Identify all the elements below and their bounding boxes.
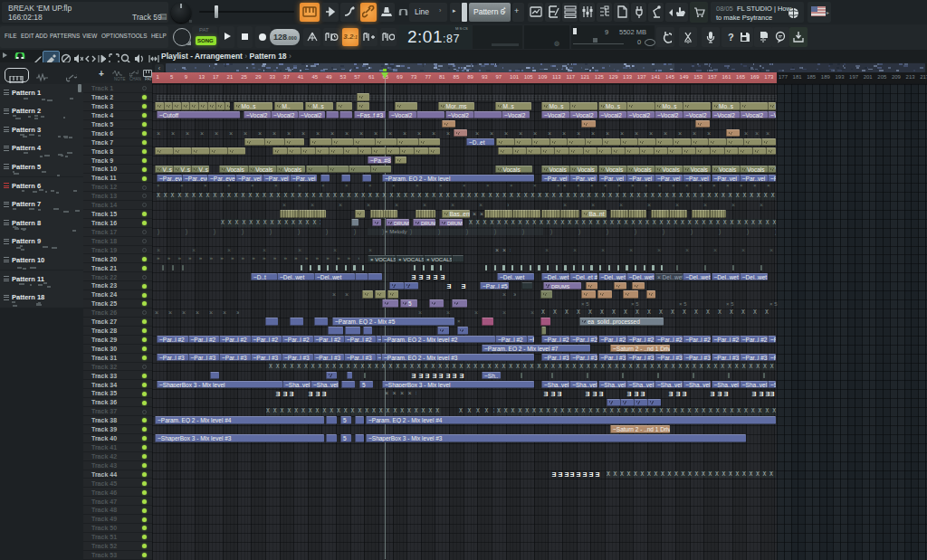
svg-text:?: ? — [728, 32, 734, 43]
